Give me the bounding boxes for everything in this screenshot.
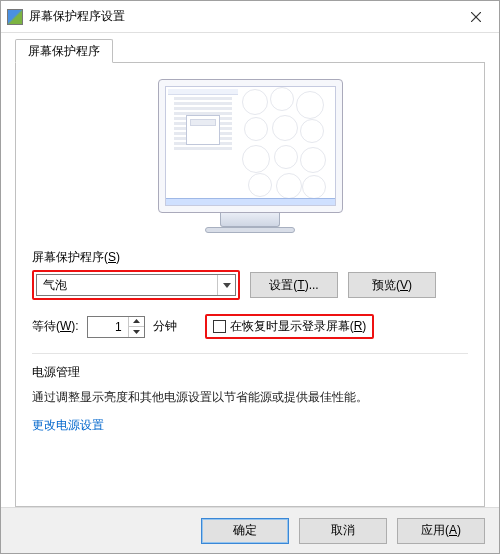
divider (32, 353, 468, 354)
spinner-down[interactable] (129, 327, 144, 337)
wait-spinner[interactable]: 1 (87, 316, 145, 338)
preview-button[interactable]: 预览(V) (348, 272, 436, 298)
screensaver-label: 屏幕保护程序(S) (32, 249, 468, 266)
screensaver-settings-window: 屏幕保护程序设置 屏幕保护程序 (0, 0, 500, 554)
screensaver-row: 气泡 设置(T)... 预览(V) (32, 270, 468, 300)
dropdown-value: 气泡 (37, 277, 217, 294)
apply-button[interactable]: 应用(A) (397, 518, 485, 544)
resume-checkbox-label: 在恢复时显示登录屏幕(R) (230, 318, 367, 335)
wait-label: 等待(W): (32, 318, 79, 335)
power-section: 电源管理 通过调整显示亮度和其他电源设置以节省能源或提供最佳性能。 更改电源设置 (32, 364, 468, 434)
settings-button[interactable]: 设置(T)... (250, 272, 338, 298)
dialog-footer: 确定 取消 应用(A) (1, 507, 499, 553)
power-settings-link[interactable]: 更改电源设置 (32, 417, 104, 434)
preview-monitor-area (32, 79, 468, 233)
spinner-up[interactable] (129, 317, 144, 328)
power-title: 电源管理 (32, 364, 468, 381)
tabstrip: 屏幕保护程序 (15, 39, 485, 63)
highlight-dropdown: 气泡 (32, 270, 240, 300)
tab-label: 屏幕保护程序 (28, 43, 100, 60)
cancel-button[interactable]: 取消 (299, 518, 387, 544)
screensaver-dropdown[interactable]: 气泡 (36, 274, 236, 296)
app-icon (7, 9, 23, 25)
wait-unit: 分钟 (153, 318, 177, 335)
close-icon (471, 12, 481, 22)
ok-button[interactable]: 确定 (201, 518, 289, 544)
wait-value: 1 (88, 317, 128, 337)
resume-checkbox[interactable] (213, 320, 226, 333)
monitor-preview (158, 79, 343, 233)
chevron-down-icon (217, 275, 235, 295)
tab-body: 屏幕保护程序(S) 气泡 设置(T)... 预览(V) 等待(W): (15, 63, 485, 507)
titlebar: 屏幕保护程序设置 (1, 1, 499, 33)
power-body: 通过调整显示亮度和其他电源设置以节省能源或提供最佳性能。 (32, 387, 468, 407)
bubbles-preview (242, 87, 335, 205)
wait-row: 等待(W): 1 分钟 在恢复时显示登录屏幕(R) (32, 314, 468, 339)
tab-screensaver[interactable]: 屏幕保护程序 (15, 39, 113, 63)
close-button[interactable] (453, 1, 499, 33)
client-area: 屏幕保护程序 (1, 33, 499, 507)
window-title: 屏幕保护程序设置 (29, 8, 453, 25)
preview-screen (165, 86, 336, 206)
highlight-checkbox: 在恢复时显示登录屏幕(R) (205, 314, 375, 339)
